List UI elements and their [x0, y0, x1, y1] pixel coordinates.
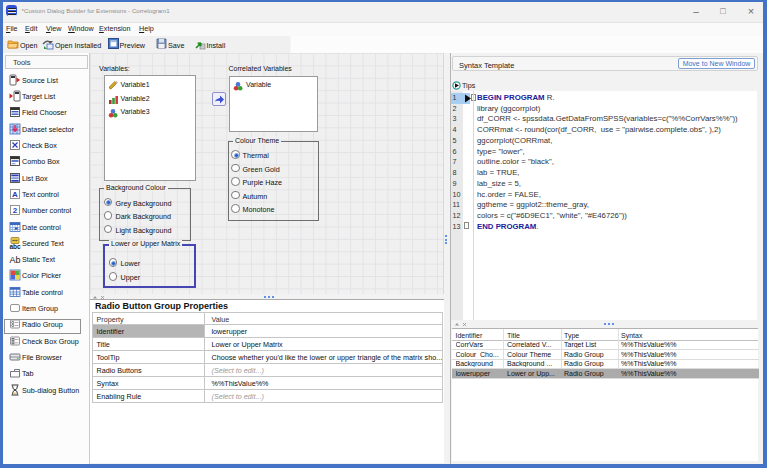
svg-text:Ab: Ab: [9, 255, 20, 265]
svg-text:A: A: [12, 190, 18, 199]
svg-text:abc: abc: [9, 242, 21, 249]
svg-text:2: 2: [13, 206, 18, 215]
